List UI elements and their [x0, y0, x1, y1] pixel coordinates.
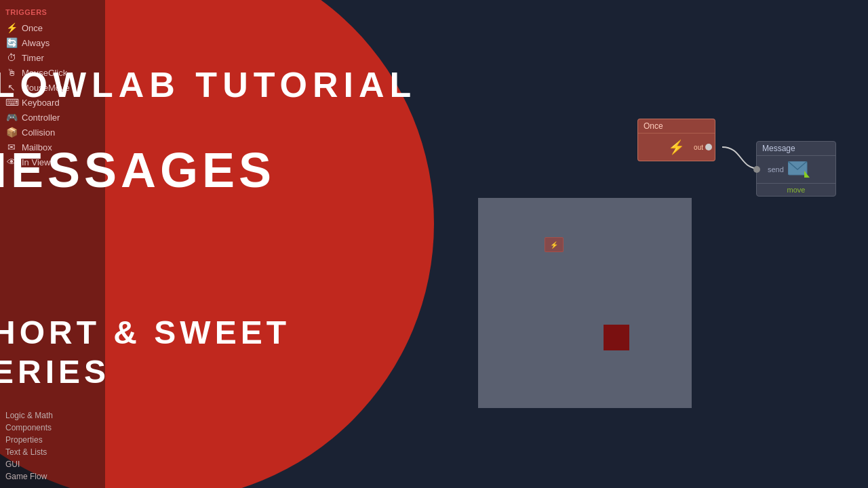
- refresh-icon: 🔄: [5, 37, 18, 48]
- title-short-sweet-line2: SERIES: [0, 354, 110, 390]
- once-node-body: ⚡ out: [638, 134, 715, 161]
- message-input-port[interactable]: [753, 166, 760, 173]
- timer-icon: ⏱: [5, 52, 18, 63]
- message-send-label: send: [768, 165, 784, 174]
- sidebar-item-timer-label: Timer: [22, 53, 44, 63]
- lightning-icon: ⚡: [5, 22, 18, 33]
- title-messages: MESSAGES: [0, 142, 416, 198]
- sidebar-item-properties[interactable]: Properties: [5, 434, 100, 446]
- red-block: [604, 325, 629, 350]
- once-output-port[interactable]: [705, 144, 712, 150]
- title-short-sweet-line1: SHORT & SWEET: [0, 314, 290, 350]
- game-canvas: ⚡: [478, 198, 692, 408]
- once-node-header: Once: [638, 119, 715, 134]
- sidebar-item-game-flow[interactable]: Game Flow: [5, 470, 100, 483]
- message-node-header: Message: [757, 142, 835, 156]
- sidebar-item-once-label: Once: [22, 23, 43, 33]
- sidebar-item-always-label: Always: [22, 38, 50, 48]
- title-short-sweet: SHORT & SWEET SERIES: [0, 313, 416, 391]
- sidebar-item-once[interactable]: ⚡ Once: [0, 20, 105, 35]
- once-node-out-port: out: [694, 144, 712, 151]
- message-node[interactable]: Message send move: [756, 141, 836, 197]
- sidebar-item-always[interactable]: 🔄 Always: [0, 35, 105, 50]
- once-node-lightning-icon: ⚡: [668, 139, 685, 155]
- sidebar-item-gui[interactable]: GUI: [5, 458, 100, 470]
- sidebar-bottom-section: Logic & Math Components Properties Text …: [0, 409, 105, 483]
- message-node-footer: move: [757, 183, 835, 196]
- title-overlay: FLOWLAB TUTORIAL MESSAGES SHORT & SWEET …: [0, 64, 416, 391]
- sidebar-triggers-label: Triggers: [0, 5, 105, 20]
- title-flowlab: FLOWLAB TUTORIAL: [0, 64, 416, 105]
- sidebar-item-components[interactable]: Components: [5, 422, 100, 434]
- once-node[interactable]: Once ⚡ out: [637, 119, 715, 161]
- sidebar-item-timer[interactable]: ⏱ Timer: [0, 50, 105, 65]
- sidebar-item-text-lists[interactable]: Text & Lists: [5, 446, 100, 458]
- canvas-lightning-icon: ⚡: [550, 241, 558, 249]
- message-envelope-icon: [788, 161, 810, 178]
- once-out-label: out: [694, 144, 703, 151]
- sidebar-item-logic-math[interactable]: Logic & Math: [5, 409, 100, 422]
- message-node-body: send: [757, 156, 835, 183]
- game-canvas-inner: ⚡: [478, 198, 692, 408]
- canvas-node-preview: ⚡: [545, 237, 564, 252]
